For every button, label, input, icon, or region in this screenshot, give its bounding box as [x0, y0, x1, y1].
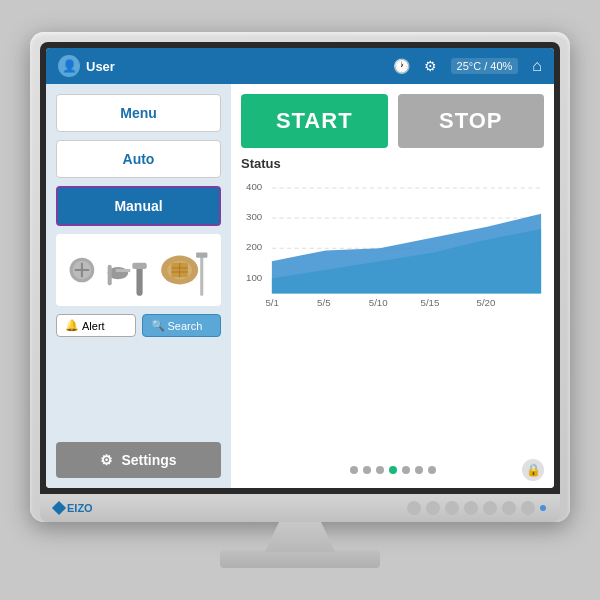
- page-dot-6[interactable]: [415, 466, 423, 474]
- home-icon[interactable]: ⌂: [532, 57, 542, 75]
- brand-diamond-icon: [52, 501, 66, 515]
- alert-bell-icon: 🔔: [65, 319, 79, 332]
- svg-marker-26: [272, 214, 541, 294]
- status-label: Status: [241, 156, 544, 171]
- svg-text:5/10: 5/10: [369, 297, 388, 308]
- power-indicator: [540, 505, 546, 511]
- search-label: Search: [168, 320, 203, 332]
- control-buttons: START STOP: [241, 94, 544, 148]
- svg-text:100: 100: [246, 272, 263, 283]
- monitor-btn-5[interactable]: [483, 501, 497, 515]
- monitor-btn-1[interactable]: [407, 501, 421, 515]
- svg-text:5/20: 5/20: [477, 297, 496, 308]
- monitor: 👤 User 🕐 ⚙ 25°C / 40% ⌂ Menu A: [30, 32, 570, 522]
- brand-name: EIZO: [67, 502, 93, 514]
- chart: 400 300 200 100: [241, 175, 544, 315]
- top-bar: 👤 User 🕐 ⚙ 25°C / 40% ⌂: [46, 48, 554, 84]
- svg-text:300: 300: [246, 211, 263, 222]
- pagination: 🔒: [241, 462, 544, 478]
- page-dot-7[interactable]: [428, 466, 436, 474]
- svg-rect-8: [132, 263, 146, 269]
- user-avatar: 👤: [58, 55, 80, 77]
- monitor-bottom-bezel: EIZO: [40, 494, 560, 522]
- settings-label: Settings: [121, 452, 176, 468]
- page-dot-1[interactable]: [350, 466, 358, 474]
- monitor-controls: [407, 501, 546, 515]
- settings-sliders-icon[interactable]: ⚙: [424, 58, 437, 74]
- alert-label: Alert: [82, 320, 105, 332]
- auto-button[interactable]: Auto: [56, 140, 221, 178]
- monitor-btn-4[interactable]: [464, 501, 478, 515]
- settings-button[interactable]: ⚙ Settings: [56, 442, 221, 478]
- screen-bezel: 👤 User 🕐 ⚙ 25°C / 40% ⌂ Menu A: [40, 42, 560, 494]
- brand-logo: EIZO: [54, 502, 93, 514]
- alert-button[interactable]: 🔔 Alert: [56, 314, 136, 337]
- monitor-btn-7[interactable]: [521, 501, 535, 515]
- lock-icon[interactable]: 🔒: [522, 459, 544, 481]
- clock-icon[interactable]: 🕐: [393, 58, 410, 74]
- manual-button[interactable]: Manual: [56, 186, 221, 226]
- top-bar-icons: 🕐 ⚙ 25°C / 40% ⌂: [393, 57, 542, 75]
- top-bar-username: User: [86, 59, 115, 74]
- page-dot-5[interactable]: [402, 466, 410, 474]
- monitor-stand: [265, 522, 335, 552]
- menu-button[interactable]: Menu: [56, 94, 221, 132]
- gear-icon: ⚙: [100, 452, 113, 468]
- action-buttons: 🔔 Alert 🔍 Search: [56, 314, 221, 337]
- svg-rect-7: [136, 265, 142, 296]
- svg-rect-5: [108, 265, 112, 286]
- svg-rect-16: [196, 253, 207, 258]
- svg-rect-6: [116, 269, 130, 272]
- page-dot-3[interactable]: [376, 466, 384, 474]
- svg-text:5/5: 5/5: [317, 297, 330, 308]
- screws-image: [56, 234, 221, 306]
- monitor-base: [220, 550, 380, 568]
- monitor-btn-2[interactable]: [426, 501, 440, 515]
- status-section: Status 400 300 200 100: [241, 156, 544, 454]
- left-panel: Menu Auto Manual: [46, 84, 231, 488]
- svg-rect-15: [200, 255, 203, 296]
- stop-button[interactable]: STOP: [398, 94, 545, 148]
- svg-text:5/15: 5/15: [421, 297, 440, 308]
- right-panel: START STOP Status 400 300 200: [231, 84, 554, 488]
- screen: 👤 User 🕐 ⚙ 25°C / 40% ⌂ Menu A: [46, 48, 554, 488]
- search-button[interactable]: 🔍 Search: [142, 314, 222, 337]
- monitor-btn-3[interactable]: [445, 501, 459, 515]
- page-dot-2[interactable]: [363, 466, 371, 474]
- search-icon: 🔍: [151, 319, 165, 332]
- top-bar-left: 👤 User: [58, 55, 393, 77]
- svg-text:200: 200: [246, 241, 263, 252]
- main-content: Menu Auto Manual: [46, 84, 554, 488]
- svg-text:5/1: 5/1: [265, 297, 278, 308]
- monitor-btn-6[interactable]: [502, 501, 516, 515]
- page-dot-4[interactable]: [389, 466, 397, 474]
- start-button[interactable]: START: [241, 94, 388, 148]
- temperature-display: 25°C / 40%: [451, 58, 519, 74]
- svg-text:400: 400: [246, 181, 263, 192]
